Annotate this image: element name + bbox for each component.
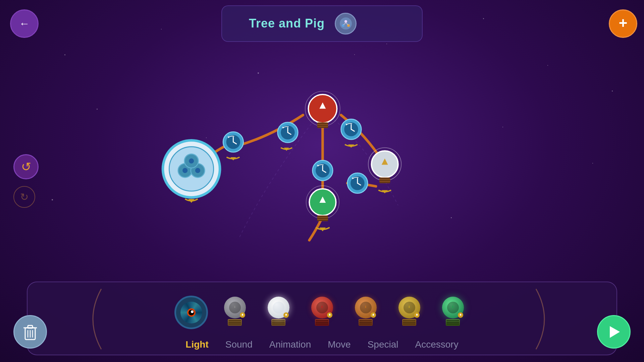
carousel-arc-left	[81, 286, 121, 353]
block-red-bulb[interactable]	[305, 292, 339, 333]
tab-animation[interactable]: Animation	[269, 339, 311, 350]
tab-move[interactable]: Move	[328, 339, 351, 350]
tabs-row: Light Sound Animation Move Special Acces…	[185, 336, 458, 353]
svg-point-26	[195, 168, 200, 173]
bulb-white	[264, 297, 293, 328]
trash-button[interactable]	[13, 315, 47, 349]
bulb-head-green	[442, 297, 464, 318]
bulb-orange	[352, 297, 380, 328]
block-orange-bulb[interactable]	[349, 292, 382, 333]
add-button[interactable]: +	[609, 9, 637, 38]
bulb-base-white	[271, 319, 285, 326]
block-green-bulb[interactable]	[436, 292, 470, 333]
bulb-base-orange	[359, 319, 373, 326]
tab-sound[interactable]: Sound	[225, 339, 253, 350]
back-icon: ←	[19, 17, 30, 30]
bulb-green	[439, 297, 467, 328]
svg-marker-81	[452, 305, 453, 308]
header: ← Tree and Pig +	[34, 7, 610, 40]
svg-marker-75	[365, 305, 366, 308]
play-icon	[607, 324, 621, 340]
tab-special[interactable]: Special	[368, 339, 398, 350]
bulb-base-red	[315, 319, 329, 326]
block-grey-bulb[interactable]	[218, 292, 252, 333]
blocks-row	[174, 289, 470, 336]
svg-marker-78	[409, 305, 410, 308]
svg-marker-72	[321, 305, 323, 308]
svg-rect-11	[317, 123, 328, 124]
back-button[interactable]: ←	[10, 9, 39, 38]
bulb-base-green	[446, 319, 460, 326]
bulb-head-grey	[224, 297, 246, 318]
svg-rect-45	[317, 218, 328, 219]
page-title: Tree and Pig	[249, 16, 325, 31]
bulb-base	[228, 319, 242, 326]
bulb-grey	[221, 297, 249, 328]
share-button[interactable]	[335, 13, 357, 35]
share-icon	[339, 17, 353, 30]
tab-accessory[interactable]: Accessory	[415, 339, 459, 350]
bulb-head-yellow	[398, 297, 420, 318]
svg-marker-90	[610, 326, 620, 338]
main-container: ← Tree and Pig + ↺	[0, 0, 644, 362]
svg-rect-54	[379, 182, 390, 183]
svg-rect-44	[317, 216, 328, 217]
tab-light[interactable]: Light	[185, 339, 208, 350]
eye-inner	[180, 302, 202, 323]
svg-rect-46	[317, 220, 328, 221]
svg-rect-52	[379, 178, 390, 179]
block-white-bulb[interactable]	[262, 292, 295, 333]
bottom-toolbar: ‹	[27, 282, 617, 355]
block-eye[interactable]	[174, 296, 208, 329]
svg-rect-12	[317, 125, 328, 126]
trash-icon	[22, 323, 39, 341]
bulb-head-red	[311, 297, 333, 318]
play-button[interactable]	[597, 315, 631, 349]
bulb-head-orange	[355, 297, 377, 318]
svg-point-27	[189, 159, 194, 164]
bulb-head-white	[268, 297, 289, 318]
bulb-red	[308, 297, 336, 328]
svg-marker-67	[234, 305, 235, 308]
svg-rect-13	[317, 127, 328, 128]
carousel-arc-right	[516, 286, 556, 353]
eye-dot	[191, 310, 194, 313]
svg-point-25	[182, 168, 187, 173]
svg-rect-53	[379, 180, 390, 181]
diagram-svg	[0, 47, 644, 278]
block-yellow-bulb[interactable]	[392, 292, 426, 333]
svg-point-1	[344, 20, 347, 23]
bulb-base-yellow	[402, 319, 416, 326]
title-bar: Tree and Pig	[221, 5, 423, 42]
svg-rect-86	[28, 325, 33, 328]
bulb-yellow	[395, 297, 424, 328]
add-icon: +	[619, 16, 628, 31]
canvas-area	[0, 47, 644, 278]
eye-pupil	[187, 308, 196, 317]
svg-point-0	[340, 17, 352, 29]
